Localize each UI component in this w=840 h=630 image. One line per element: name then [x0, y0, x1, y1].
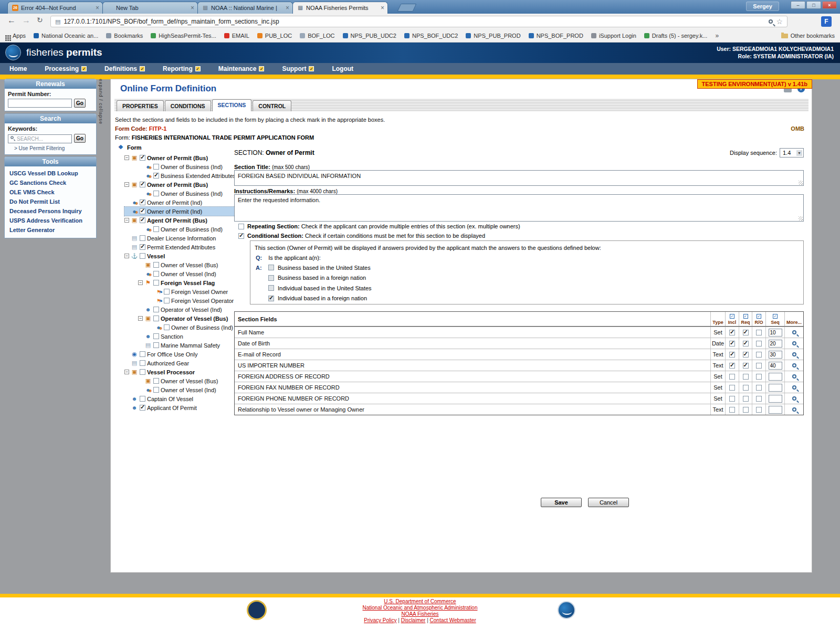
- tool-link[interactable]: Do Not Permit List: [8, 197, 93, 206]
- omnibox[interactable]: 127.0.0.1:7101/NPS_BOF/bof_form_def/nps_…: [50, 16, 788, 27]
- tree-item[interactable]: Owner of Vessel (Bus): [138, 376, 237, 385]
- tree-item-checkbox[interactable]: [164, 289, 170, 295]
- tree-item-checkbox[interactable]: [164, 324, 170, 330]
- incl-checkbox[interactable]: [729, 396, 735, 402]
- bookmark-item[interactable]: NPS_PUB_UDC2: [343, 33, 396, 39]
- display-sequence-select[interactable]: 1.4: [780, 148, 804, 158]
- nav-item[interactable]: Logout: [332, 65, 353, 72]
- seq-input[interactable]: [769, 340, 782, 348]
- tree-item-checkbox[interactable]: [153, 164, 159, 170]
- tree-item[interactable]: Marine Mammal Safety: [138, 341, 237, 350]
- bookmark-item[interactable]: Bookmarks: [106, 33, 143, 39]
- tree-item[interactable]: Sanction: [138, 332, 237, 341]
- ro-checkbox[interactable]: [756, 407, 762, 413]
- tree-item-checkbox[interactable]: [153, 387, 159, 393]
- close-button[interactable]: [822, 1, 837, 9]
- footer-link[interactable]: NOAA Fisheries: [0, 611, 840, 617]
- tree-item[interactable]: Owner of Permit (Bus): [124, 180, 237, 189]
- tree-item[interactable]: Foreign Vessel Flag: [138, 278, 237, 287]
- tree-item-checkbox[interactable]: [153, 226, 159, 232]
- apps-shortcut[interactable]: Apps: [5, 33, 26, 39]
- ro-checkbox[interactable]: [756, 374, 762, 380]
- req-checkbox[interactable]: [743, 396, 749, 402]
- bookmark-item[interactable]: Drafts (5) - sergey.k...: [644, 33, 708, 39]
- tab-close-icon[interactable]: [96, 4, 99, 12]
- tree-item[interactable]: Owner of Business (Ind): [138, 189, 237, 198]
- footer-bottom-link[interactable]: Contact Webmaster: [430, 617, 476, 623]
- browser-tab[interactable]: NOAA Fisheries Permits: [292, 2, 388, 14]
- tree-item-checkbox[interactable]: [140, 396, 145, 402]
- magnifier-icon[interactable]: [792, 330, 796, 334]
- tree-item-checkbox[interactable]: [140, 369, 145, 375]
- bookmark-item[interactable]: NPS_PUB_PROD: [466, 33, 520, 39]
- footer-link[interactable]: National Oceanic and Atmospheric Adminis…: [0, 605, 840, 611]
- tree-item-checkbox[interactable]: [153, 316, 159, 321]
- req-checkbox[interactable]: [743, 330, 749, 335]
- tree-item[interactable]: Owner of Permit (Ind): [124, 198, 237, 207]
- forward-icon[interactable]: [22, 16, 30, 25]
- tree-item-checkbox[interactable]: [140, 208, 145, 214]
- tree-item-checkbox[interactable]: [153, 307, 159, 312]
- tree-expand-toggle[interactable]: [124, 218, 129, 223]
- nav-item[interactable]: Reporting: [163, 65, 201, 72]
- tree-item-checkbox[interactable]: [153, 262, 159, 268]
- ro-checkbox[interactable]: [756, 330, 762, 335]
- tree-expand-toggle[interactable]: [124, 370, 129, 374]
- tree-item[interactable]: Owner of Permit (Bus): [124, 153, 237, 162]
- tree-item[interactable]: Captain Of Vessel: [124, 394, 237, 403]
- minimize-button[interactable]: [791, 1, 805, 9]
- tree-item-checkbox[interactable]: [153, 280, 159, 286]
- ro-checkbox[interactable]: [756, 385, 762, 391]
- tree-item[interactable]: Applicant Of Permit: [124, 403, 237, 412]
- seq-input[interactable]: [769, 395, 782, 403]
- url-text[interactable]: 127.0.0.1:7101/NPS_BOF/bof_form_def/nps_…: [64, 18, 765, 25]
- bookmarks-overflow-chevron[interactable]: »: [715, 32, 719, 39]
- nav-item[interactable]: Home: [9, 65, 27, 72]
- bookmark-item[interactable]: BOF_LOC: [300, 33, 334, 39]
- tree-item[interactable]: Authorized Gear: [124, 359, 237, 368]
- seq-input[interactable]: [769, 329, 782, 337]
- tree-item[interactable]: Owner of Vessel (Ind): [138, 385, 237, 394]
- req-checkbox[interactable]: [743, 385, 749, 391]
- tree-item[interactable]: Owner of Business (Ind): [138, 162, 237, 171]
- seq-input[interactable]: [769, 406, 782, 414]
- magnifier-icon[interactable]: [792, 341, 796, 345]
- form-def-tab[interactable]: SECTIONS: [212, 99, 252, 111]
- req-checkbox[interactable]: [743, 341, 749, 346]
- tree-root[interactable]: Form: [117, 144, 142, 151]
- cancel-button[interactable]: Cancel: [588, 498, 629, 507]
- answer-checkbox[interactable]: [268, 296, 274, 301]
- ro-checkbox[interactable]: [756, 341, 762, 346]
- tree-item[interactable]: Owner of Business (Ind): [149, 323, 237, 332]
- back-icon[interactable]: [7, 16, 16, 25]
- magnifier-icon[interactable]: [792, 363, 796, 368]
- tree-item-checkbox[interactable]: [140, 217, 145, 223]
- permit-filtering-link[interactable]: > Use Permit Filtering: [8, 145, 93, 151]
- conditional-section-checkbox[interactable]: [238, 233, 244, 239]
- extension-icon[interactable]: F: [821, 16, 832, 27]
- magnifier-icon[interactable]: [792, 374, 796, 379]
- incl-checkbox[interactable]: [729, 374, 735, 380]
- repeating-section-checkbox[interactable]: [238, 224, 244, 229]
- tree-item-checkbox[interactable]: [140, 405, 145, 411]
- browser-profile-button[interactable]: Sergey: [746, 2, 779, 11]
- bookmark-item[interactable]: NPS_BOF_UDC2: [404, 33, 458, 39]
- footer-bottom-link[interactable]: Disclaimer: [401, 617, 426, 623]
- tool-link[interactable]: Letter Generator: [8, 225, 93, 235]
- tree-expand-toggle[interactable]: [138, 280, 143, 285]
- bookmark-item[interactable]: HighSeasPermit-Tes...: [151, 33, 216, 39]
- form-def-tab[interactable]: PROPERTIES: [117, 100, 164, 111]
- tree-item[interactable]: Owner of Permit (Ind): [124, 207, 237, 216]
- seq-input[interactable]: [769, 351, 782, 359]
- answer-checkbox[interactable]: [268, 275, 274, 281]
- incl-checkbox[interactable]: [729, 363, 735, 369]
- seq-input[interactable]: [769, 384, 782, 392]
- ro-checkbox[interactable]: [756, 352, 762, 358]
- nav-item[interactable]: Processing: [45, 65, 87, 72]
- section-title-input[interactable]: FOREIGN BASED INDIVIDUAL INFORMATION: [234, 170, 804, 186]
- form-def-tab[interactable]: CONDITIONS: [165, 100, 211, 111]
- tree-item[interactable]: Operator of Vessel (Ind): [138, 305, 237, 314]
- permit-number-input[interactable]: [8, 99, 72, 108]
- search-icon[interactable]: [769, 19, 773, 24]
- tree-item-checkbox[interactable]: [153, 271, 159, 277]
